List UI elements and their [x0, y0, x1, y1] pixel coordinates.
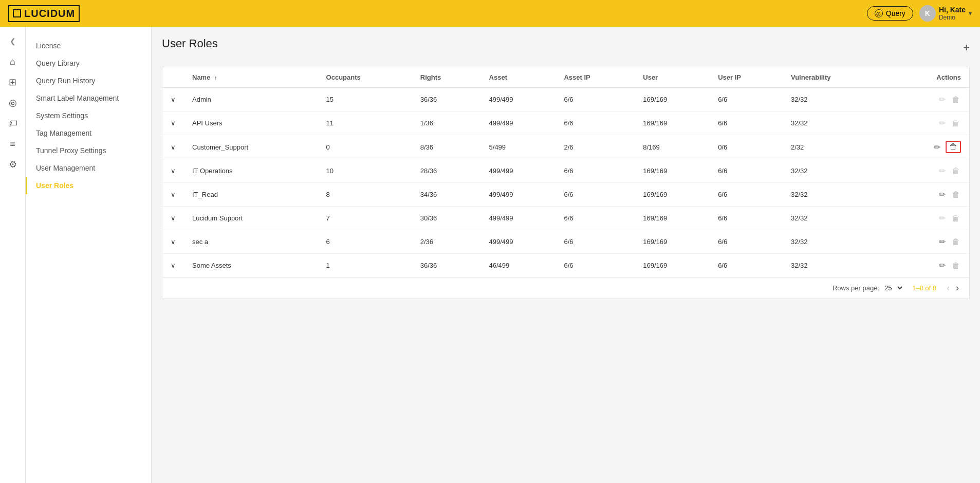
row-user: 8/169: [635, 135, 710, 159]
query-button[interactable]: ◎ Query: [867, 6, 913, 21]
row-vulnerability: 32/32: [783, 207, 886, 230]
layers-icon-button[interactable]: ≡: [4, 135, 22, 153]
sidebar-item-license[interactable]: License: [26, 37, 151, 54]
query-icon: ◎: [875, 9, 883, 17]
row-asset: 499/499: [481, 230, 556, 254]
collapse-button[interactable]: ❮: [4, 32, 22, 50]
delete-icon: 🗑: [951, 94, 961, 105]
user-info: K Hi, Kate Demo ▾: [919, 5, 972, 22]
row-actions: ✏ 🗑: [886, 207, 969, 230]
row-vulnerability: 32/32: [783, 183, 886, 207]
row-asset: 46/499: [481, 254, 556, 277]
pagination-buttons: ‹ ›: [945, 283, 961, 293]
row-chevron[interactable]: ∨: [162, 254, 184, 277]
prev-page-button[interactable]: ‹: [945, 283, 952, 293]
edit-icon[interactable]: ✏: [938, 189, 947, 200]
col-user[interactable]: User: [635, 67, 710, 88]
col-name[interactable]: Name ↑: [184, 67, 318, 88]
row-chevron[interactable]: ∨: [162, 183, 184, 207]
col-occupants[interactable]: Occupants: [318, 67, 412, 88]
delete-icon: 🗑: [951, 189, 961, 200]
rows-per-page-label: Rows per page:: [833, 284, 879, 292]
row-asset-ip: 2/6: [556, 135, 635, 159]
sidebar-item-smart-label-management[interactable]: Smart Label Management: [26, 89, 151, 107]
sidebar-item-tag-management[interactable]: Tag Management: [26, 124, 151, 142]
edit-icon: ✏: [938, 212, 947, 224]
row-chevron[interactable]: ∨: [162, 207, 184, 230]
row-user: 169/169: [635, 183, 710, 207]
table-row: ∨ IT Operations 10 28/36 499/499 6/6 169…: [162, 159, 969, 183]
row-actions: ✏ 🗑: [886, 159, 969, 183]
row-actions: ✏ 🗑: [886, 112, 969, 135]
next-page-button[interactable]: ›: [954, 283, 961, 293]
edit-icon[interactable]: ✏: [938, 259, 947, 271]
tag-icon-button[interactable]: 🏷: [4, 114, 22, 133]
row-user-ip: 6/6: [710, 207, 783, 230]
col-user-ip[interactable]: User IP: [710, 67, 783, 88]
row-rights: 34/36: [412, 183, 481, 207]
row-vulnerability: 2/32: [783, 135, 886, 159]
delete-wrapper: 🗑: [951, 95, 961, 104]
rows-per-page-select[interactable]: 25 50 100: [882, 284, 904, 292]
gear-icon-button[interactable]: ⚙: [4, 155, 22, 174]
header-right: ◎ Query K Hi, Kate Demo ▾: [867, 5, 972, 22]
edit-icon[interactable]: ✏: [933, 141, 941, 153]
row-chevron[interactable]: ∨: [162, 159, 184, 183]
grid-icon-button[interactable]: ⊞: [4, 73, 22, 91]
edit-icon: ✏: [938, 117, 947, 129]
row-rights: 8/36: [412, 135, 481, 159]
edit-icon[interactable]: ✏: [938, 236, 947, 248]
col-asset[interactable]: Asset: [481, 67, 556, 88]
table-row: ∨ sec a 6 2/36 499/499 6/6 169/169 6/6 3…: [162, 230, 969, 254]
row-user-ip: 6/6: [710, 254, 783, 277]
row-actions: ✏ 🗑: [886, 254, 969, 277]
action-cell: ✏ 🗑: [895, 117, 961, 129]
sidebar-item-query-run-history[interactable]: Query Run History: [26, 72, 151, 89]
row-asset: 499/499: [481, 159, 556, 183]
delete-wrapper: 🗑: [951, 261, 961, 270]
chevron-down-icon[interactable]: ▾: [969, 10, 972, 17]
col-asset-ip[interactable]: Asset IP: [556, 67, 635, 88]
col-vulnerability[interactable]: Vulnerability: [783, 67, 886, 88]
user-name: Hi, Kate: [939, 6, 966, 14]
sidebar-item-system-settings[interactable]: System Settings: [26, 107, 151, 124]
delete-icon[interactable]: 🗑: [948, 141, 958, 152]
table-row: ∨ API Users 11 1/36 499/499 6/6 169/169 …: [162, 112, 969, 135]
action-cell: ✏ 🗑: [895, 189, 961, 200]
row-chevron[interactable]: ∨: [162, 135, 184, 159]
row-user: 169/169: [635, 159, 710, 183]
sidebar-item-user-management[interactable]: User Management: [26, 159, 151, 177]
home-icon-button[interactable]: ⌂: [4, 52, 22, 71]
row-rights: 1/36: [412, 112, 481, 135]
row-actions: ✏ 🗑: [886, 88, 969, 112]
row-chevron[interactable]: ∨: [162, 88, 184, 112]
delete-wrapper: 🗑: [951, 237, 961, 247]
sidebar-item-query-library[interactable]: Query Library: [26, 54, 151, 72]
delete-wrapper: 🗑: [951, 214, 961, 223]
delete-wrapper: 🗑: [951, 166, 961, 176]
row-rights: 36/36: [412, 254, 481, 277]
row-user: 169/169: [635, 88, 710, 112]
row-chevron[interactable]: ∨: [162, 112, 184, 135]
page-title: User Roles: [162, 37, 218, 50]
row-actions: ✏ 🗑: [886, 183, 969, 207]
sidebar-item-user-roles[interactable]: User Roles: [26, 177, 151, 194]
row-vulnerability: 32/32: [783, 88, 886, 112]
pagination-info: 1–8 of 8: [912, 284, 936, 292]
sidebar-item-tunnel-proxy-settings[interactable]: Tunnel Proxy Settings: [26, 142, 151, 159]
row-vulnerability: 32/32: [783, 159, 886, 183]
query-btn-label: Query: [886, 9, 905, 17]
row-occupants: 6: [318, 230, 412, 254]
user-roles-table: Name ↑ Occupants Rights Asset Asset IP U…: [162, 67, 969, 277]
row-user: 169/169: [635, 254, 710, 277]
row-user-ip: 0/6: [710, 135, 783, 159]
logo: LUCIDUM: [8, 5, 80, 22]
add-button[interactable]: +: [963, 42, 970, 53]
icon-sidebar: ❮ ⌂ ⊞ ◎ 🏷 ≡ ⚙: [0, 27, 26, 483]
row-asset: 5/499: [481, 135, 556, 159]
col-rights[interactable]: Rights: [412, 67, 481, 88]
row-asset-ip: 6/6: [556, 159, 635, 183]
row-occupants: 1: [318, 254, 412, 277]
gauge-icon-button[interactable]: ◎: [4, 94, 22, 112]
row-chevron[interactable]: ∨: [162, 230, 184, 254]
